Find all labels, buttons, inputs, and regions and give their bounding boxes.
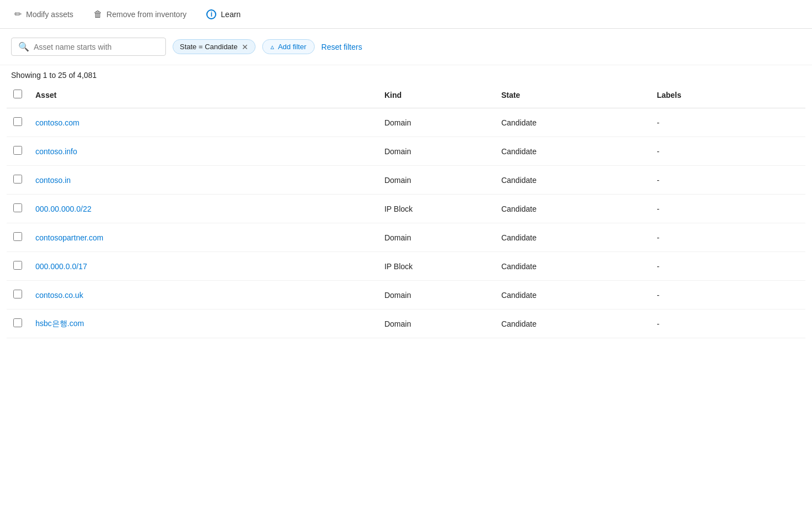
row-checkbox-cell[interactable]	[7, 108, 29, 137]
asset-link[interactable]: contoso.com	[35, 118, 79, 127]
kind-cell: Domain	[378, 108, 495, 137]
row-checkbox[interactable]	[13, 117, 22, 126]
info-icon: i	[206, 9, 216, 19]
funnel-icon: ▵	[270, 43, 274, 51]
table-header-row: Asset Kind State Labels	[7, 82, 805, 108]
labels-cell: -	[650, 223, 805, 252]
row-checkbox[interactable]	[13, 318, 22, 327]
row-checkbox[interactable]	[13, 146, 22, 155]
row-checkbox-cell[interactable]	[7, 195, 29, 223]
table-row: 000.000.0.0/17 IP Block Candidate -	[7, 252, 805, 281]
reset-filters-label: Reset filters	[321, 43, 362, 51]
labels-cell: -	[650, 310, 805, 338]
asset-cell: 000.00.000.0/22	[29, 195, 378, 223]
select-all-header[interactable]	[7, 82, 29, 108]
asset-column-header: Asset	[29, 82, 378, 108]
asset-link[interactable]: contoso.in	[35, 176, 71, 185]
kind-cell: Domain	[378, 137, 495, 166]
add-filter-button[interactable]: ▵ Add filter	[262, 39, 314, 54]
row-checkbox-cell[interactable]	[7, 252, 29, 281]
assets-table: Asset Kind State Labels contoso.com	[7, 82, 805, 338]
asset-link[interactable]: contosopartner.com	[35, 233, 103, 242]
asset-cell: contoso.in	[29, 166, 378, 195]
assets-table-container: Asset Kind State Labels contoso.com	[0, 82, 812, 338]
pencil-icon: ✏	[14, 9, 22, 19]
state-cell: Candidate	[495, 195, 650, 223]
add-filter-label: Add filter	[278, 43, 306, 51]
table-row: hsbc은행.com Domain Candidate -	[7, 310, 805, 338]
trash-icon: 🗑	[93, 9, 102, 19]
search-box[interactable]: 🔍	[11, 38, 166, 56]
asset-link[interactable]: 000.00.000.0/22	[35, 205, 91, 213]
reset-filters-button[interactable]: Reset filters	[321, 43, 362, 51]
state-cell: Candidate	[495, 252, 650, 281]
learn-button[interactable]: i Learn	[203, 7, 244, 22]
asset-cell: contoso.info	[29, 137, 378, 166]
asset-cell: contoso.com	[29, 108, 378, 137]
kind-cell: Domain	[378, 166, 495, 195]
table-row: contoso.in Domain Candidate -	[7, 166, 805, 195]
kind-cell: Domain	[378, 310, 495, 338]
kind-cell: IP Block	[378, 252, 495, 281]
learn-label: Learn	[221, 10, 241, 19]
remove-label: Remove from inventory	[107, 10, 187, 19]
asset-link[interactable]: contoso.co.uk	[35, 291, 83, 300]
modify-assets-label: Modify assets	[26, 10, 74, 19]
labels-cell: -	[650, 195, 805, 223]
toolbar: ✏ Modify assets 🗑 Remove from inventory …	[0, 0, 812, 29]
asset-cell: contoso.co.uk	[29, 281, 378, 310]
state-cell: Candidate	[495, 223, 650, 252]
table-row: contosopartner.com Domain Candidate -	[7, 223, 805, 252]
state-filter-chip: State = Candidate ✕	[173, 39, 256, 54]
kind-cell: Domain	[378, 281, 495, 310]
state-cell: Candidate	[495, 310, 650, 338]
row-checkbox[interactable]	[13, 290, 22, 298]
labels-cell: -	[650, 137, 805, 166]
kind-cell: Domain	[378, 223, 495, 252]
labels-cell: -	[650, 166, 805, 195]
row-checkbox-cell[interactable]	[7, 137, 29, 166]
labels-cell: -	[650, 281, 805, 310]
modify-assets-button[interactable]: ✏ Modify assets	[11, 7, 77, 22]
state-column-header: State	[495, 82, 650, 108]
table-body: contoso.com Domain Candidate - contoso.i…	[7, 108, 805, 338]
row-checkbox[interactable]	[13, 261, 22, 270]
table-row: contoso.com Domain Candidate -	[7, 108, 805, 137]
asset-cell: hsbc은행.com	[29, 310, 378, 338]
labels-cell: -	[650, 252, 805, 281]
asset-link[interactable]: 000.000.0.0/17	[35, 262, 87, 271]
asset-cell: 000.000.0.0/17	[29, 252, 378, 281]
state-cell: Candidate	[495, 281, 650, 310]
row-checkbox[interactable]	[13, 232, 22, 241]
showing-count: Showing 1 to 25 of 4,081	[0, 65, 812, 82]
state-filter-close-button[interactable]: ✕	[242, 43, 248, 51]
search-icon: 🔍	[18, 41, 29, 52]
table-row: contoso.info Domain Candidate -	[7, 137, 805, 166]
state-cell: Candidate	[495, 137, 650, 166]
state-filter-label: State = Candidate	[180, 43, 237, 51]
filter-bar: 🔍 State = Candidate ✕ ▵ Add filter Reset…	[0, 29, 812, 65]
row-checkbox-cell[interactable]	[7, 310, 29, 338]
select-all-checkbox[interactable]	[13, 90, 22, 98]
asset-cell: contosopartner.com	[29, 223, 378, 252]
row-checkbox-cell[interactable]	[7, 281, 29, 310]
table-row: contoso.co.uk Domain Candidate -	[7, 281, 805, 310]
search-input[interactable]	[34, 43, 159, 51]
kind-column-header: Kind	[378, 82, 495, 108]
state-cell: Candidate	[495, 108, 650, 137]
asset-link[interactable]: contoso.info	[35, 147, 77, 156]
labels-column-header: Labels	[650, 82, 805, 108]
row-checkbox-cell[interactable]	[7, 223, 29, 252]
asset-link[interactable]: hsbc은행.com	[35, 319, 84, 328]
state-cell: Candidate	[495, 166, 650, 195]
remove-from-inventory-button[interactable]: 🗑 Remove from inventory	[90, 7, 190, 22]
row-checkbox-cell[interactable]	[7, 166, 29, 195]
row-checkbox[interactable]	[13, 175, 22, 184]
row-checkbox[interactable]	[13, 203, 22, 212]
labels-cell: -	[650, 108, 805, 137]
table-row: 000.00.000.0/22 IP Block Candidate -	[7, 195, 805, 223]
kind-cell: IP Block	[378, 195, 495, 223]
